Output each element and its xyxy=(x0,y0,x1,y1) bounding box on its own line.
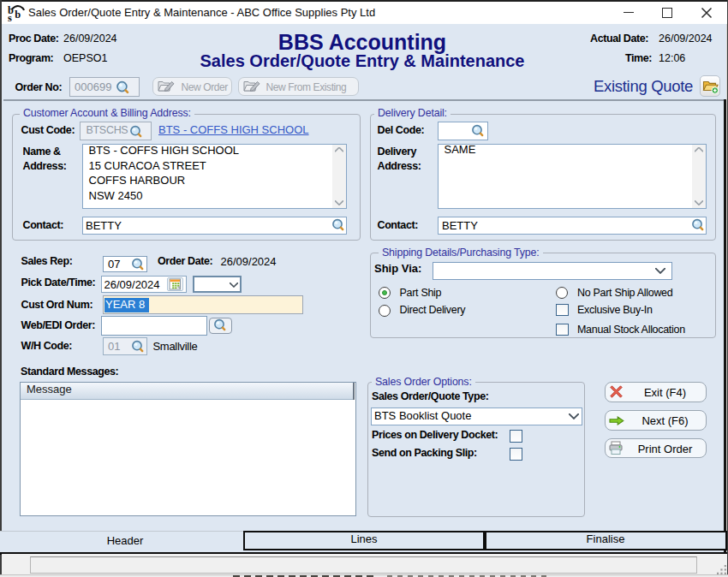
svg-text:s: s xyxy=(8,11,12,23)
svg-text:b: b xyxy=(15,8,21,20)
